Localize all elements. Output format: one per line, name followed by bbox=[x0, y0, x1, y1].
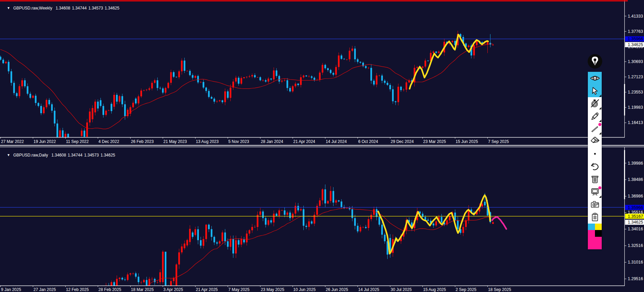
symbol-period-label: GBPUSD.raw,Weekly bbox=[13, 6, 52, 11]
blue-level-price-text: 1.35966 bbox=[628, 205, 643, 210]
active-color-swatch[interactable] bbox=[588, 237, 602, 249]
y-axis-label: 1.39986 bbox=[628, 161, 643, 166]
x-axis-label: 4 Dec 2022 bbox=[98, 139, 119, 144]
yellow-level-price-text: 1.35167 bbox=[628, 214, 643, 219]
y-axis-label: 1.30693 bbox=[628, 59, 643, 64]
x-axis-label: 18 Sep 2025 bbox=[488, 287, 511, 292]
tool-clipboard[interactable] bbox=[588, 211, 602, 223]
x-axis-label: 2 Sep 2025 bbox=[456, 287, 477, 292]
y-axis-label: 1.32516 bbox=[628, 243, 643, 248]
ohlc-high: 1.34744 bbox=[68, 153, 82, 158]
daily-chart-title: ▼GBPUSD.raw,Daily1.346081.347441.345731.… bbox=[2, 148, 117, 162]
symbol-period-label: GBPUSD.raw,Daily bbox=[13, 153, 48, 158]
x-axis-label: 28 Jan 2024 bbox=[261, 139, 283, 144]
cursor-icon bbox=[591, 86, 599, 95]
x-axis-label: 12 Feb 2025 bbox=[66, 287, 89, 292]
x-axis-label: 29 Dec 2024 bbox=[391, 139, 414, 144]
up-candle-bodies bbox=[8, 189, 494, 292]
collapse-triangle-icon[interactable]: ▼ bbox=[7, 6, 10, 11]
tool-pen-tool[interactable] bbox=[588, 110, 602, 122]
flyout-corner-icon bbox=[599, 195, 601, 198]
y-axis-label: 1.31016 bbox=[628, 260, 643, 265]
x-axis-label: 10 Jun 2025 bbox=[293, 287, 316, 292]
color-swatch-cyan[interactable] bbox=[588, 224, 595, 230]
x-axis-label: 15 Jun 2025 bbox=[456, 139, 478, 144]
y-axis-label: 1.29516 bbox=[628, 276, 643, 281]
line-icon bbox=[590, 124, 600, 133]
x-axis-label: 30 Jul 2025 bbox=[391, 287, 412, 292]
trash-icon bbox=[591, 174, 599, 184]
x-axis-label: 28 Feb 2025 bbox=[98, 287, 121, 292]
pen-icon bbox=[590, 111, 600, 121]
x-axis-label: 9 Jan 2025 bbox=[1, 287, 21, 292]
flyout-corner-icon bbox=[599, 107, 601, 109]
tool-brush-size[interactable] bbox=[588, 148, 602, 160]
ohlc-close: 1.34625 bbox=[105, 6, 119, 11]
x-axis-label: 19 Jun 2022 bbox=[33, 139, 56, 144]
y-axis-label: 1.27123 bbox=[628, 75, 643, 79]
weekly-chart-title: ▼GBPUSD.raw,Weekly1.346081.347441.345731… bbox=[2, 1, 121, 15]
x-axis-label: 23 May 2025 bbox=[261, 287, 284, 292]
active-color-dot-icon bbox=[598, 123, 601, 126]
collapse-triangle-icon[interactable]: ▼ bbox=[7, 153, 10, 158]
blue-level-price-text: 1.35966 bbox=[628, 37, 643, 41]
clipboard-icon bbox=[591, 212, 599, 222]
window-splitter[interactable] bbox=[0, 145, 644, 146]
x-axis-label: 23 Mar 2025 bbox=[423, 139, 446, 144]
price-scale-thumb[interactable] bbox=[624, 150, 625, 199]
tool-cursor-tool[interactable] bbox=[588, 84, 602, 97]
x-axis-label: 14 Jul 2025 bbox=[358, 287, 379, 292]
flyout-corner-icon bbox=[599, 95, 601, 97]
ma-line[interactable] bbox=[0, 44, 493, 129]
x-axis-label: 26 Jun 2025 bbox=[326, 287, 348, 292]
active-color-dot-icon bbox=[598, 186, 601, 189]
x-axis-label: 11 Sep 2022 bbox=[66, 139, 89, 144]
x-axis-label: 6 Oct 2024 bbox=[358, 139, 378, 144]
window-splitter-shade bbox=[0, 147, 644, 147]
y-axis-label: 1.37763 bbox=[628, 29, 643, 34]
up-candle-bodies bbox=[5, 34, 494, 166]
ma-line[interactable] bbox=[0, 208, 493, 292]
y-axis-label: 1.16413 bbox=[628, 120, 643, 125]
y-axis-label: 1.41333 bbox=[628, 14, 643, 19]
camera-icon bbox=[590, 200, 600, 209]
ohlc-open: 1.34608 bbox=[51, 153, 66, 158]
tool-toggle-ink-visibility[interactable] bbox=[588, 72, 602, 84]
current-price-text: 1.34625 bbox=[628, 220, 643, 225]
y-axis-label: 1.34016 bbox=[628, 227, 643, 231]
x-axis-label: 21 Apr 2024 bbox=[293, 139, 315, 144]
tool-eraser-tool[interactable] bbox=[588, 135, 602, 147]
tool-whiteboard[interactable] bbox=[588, 186, 602, 198]
color-swatch-magenta[interactable] bbox=[588, 230, 595, 237]
x-axis-label: 21 May 2023 bbox=[163, 139, 187, 144]
daily-plot-area[interactable] bbox=[0, 185, 624, 292]
down-candle-wicks bbox=[1, 185, 490, 292]
color-swatch-black[interactable] bbox=[595, 230, 602, 237]
y-axis-label: 1.38486 bbox=[628, 177, 643, 182]
y-axis-label: 1.23553 bbox=[628, 90, 643, 95]
tool-clear-all[interactable] bbox=[588, 173, 602, 185]
tool-screenshot[interactable] bbox=[588, 198, 602, 211]
color-swatch-yellow[interactable] bbox=[595, 224, 602, 230]
x-axis-label: 13 Aug 2023 bbox=[196, 139, 219, 144]
x-axis-label: 21 Apr 2025 bbox=[196, 287, 218, 292]
eraser-icon bbox=[589, 136, 601, 147]
y-axis-label: 1.19983 bbox=[628, 105, 643, 110]
charts-canvas[interactable]: 27 Mar 202219 Jun 202211 Sep 20224 Dec 2… bbox=[0, 0, 644, 292]
price-scale-thumb[interactable] bbox=[624, 84, 625, 116]
x-axis-label: 5 Nov 2023 bbox=[228, 139, 249, 144]
down-candle-bodies bbox=[0, 34, 491, 166]
tool-screen-freeze[interactable] bbox=[588, 97, 602, 110]
tool-line-tool[interactable] bbox=[588, 122, 602, 135]
x-axis-label: 18 Mar 2025 bbox=[131, 287, 154, 292]
x-axis-label: 27 Mar 2022 bbox=[1, 139, 24, 144]
x-axis-label: 15 Aug 2025 bbox=[423, 287, 446, 292]
tool-undo[interactable] bbox=[588, 160, 602, 173]
x-axis-label: 26 Feb 2023 bbox=[131, 139, 154, 144]
ohlc-open: 1.34608 bbox=[55, 6, 70, 11]
epicpen-logo-handle[interactable] bbox=[587, 54, 603, 69]
annotation-toolbar bbox=[588, 72, 602, 249]
y-axis-label: 1.36986 bbox=[628, 194, 643, 199]
ohlc-low: 1.34573 bbox=[84, 153, 99, 158]
x-axis-label: 3 Apr 2025 bbox=[163, 287, 183, 292]
